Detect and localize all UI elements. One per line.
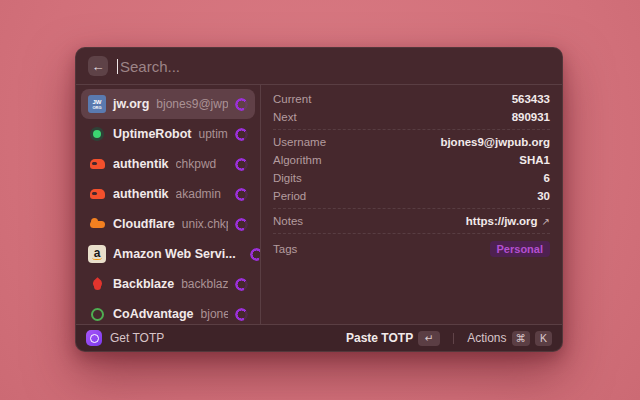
account-list-item[interactable]: authentik akadmin <box>81 179 255 209</box>
account-title: authentik <box>113 187 169 201</box>
detail-row: Next 890931 <box>273 108 550 126</box>
backblaze-icon <box>88 275 106 293</box>
account-username: bjonesr <box>201 307 228 321</box>
detail-label: Digits <box>273 172 302 184</box>
account-title: Amazon Web Servi... <box>113 247 236 261</box>
jw-icon <box>88 95 106 113</box>
detail-label: Notes <box>273 215 303 227</box>
k-key-icon: K <box>535 331 552 346</box>
totp-progress-ring <box>235 218 248 231</box>
totp-progress-ring <box>235 128 248 141</box>
detail-row: Tags Personal <box>273 237 550 261</box>
detail-label: Username <box>273 136 326 148</box>
paste-totp-label: Paste TOTP <box>346 331 413 345</box>
account-title: jw.org <box>113 97 149 111</box>
detail-value: SHA1 <box>519 154 550 166</box>
detail-value-text: 563433 <box>512 93 550 105</box>
account-title: authentik <box>113 157 169 171</box>
account-list-item[interactable]: jw.org bjones9@jwpub.org <box>81 89 255 119</box>
amazon-icon <box>88 245 106 263</box>
account-username: chkpwd <box>176 157 228 171</box>
account-list-item[interactable]: authentik chkpwd <box>81 149 255 179</box>
detail-row: Notes https://jw.org↗ <box>273 212 550 230</box>
detail-value: 890931 <box>512 111 550 123</box>
account-username: akadmin <box>176 187 228 201</box>
return-key-icon: ↵ <box>418 331 440 346</box>
back-button[interactable]: ← <box>88 56 108 76</box>
totp-progress-ring <box>235 308 248 321</box>
account-username: uptimerobo... <box>198 127 228 141</box>
notes-link[interactable]: https://jw.org <box>466 215 538 227</box>
detail-label: Algorithm <box>273 154 322 166</box>
cloudflare-icon <box>88 215 106 233</box>
actions-label: Actions <box>467 331 506 345</box>
detail-label: Tags <box>273 243 297 255</box>
paste-totp-button[interactable]: Paste TOTP ↵ <box>346 331 440 346</box>
detail-value-text: 30 <box>537 190 550 202</box>
detail-row: Current 563433 <box>273 90 550 108</box>
text-cursor <box>117 59 118 74</box>
extension-label: Get TOTP <box>110 331 164 345</box>
account-title: Backblaze <box>113 277 174 291</box>
detail-value: bjones9@jwpub.org <box>440 136 550 148</box>
detail-value: Personal <box>490 241 550 257</box>
totp-extension-icon <box>86 330 102 346</box>
detail-label: Current <box>273 93 311 105</box>
account-title: CoAdvantage <box>113 307 194 321</box>
detail-value-text: bjones9@jwpub.org <box>440 136 550 148</box>
detail-label: Period <box>273 190 306 202</box>
tag-badge: Personal <box>490 241 550 257</box>
detail-value-text: 890931 <box>512 111 550 123</box>
detail-value-text: SHA1 <box>519 154 550 166</box>
detail-value: 563433 <box>512 93 550 105</box>
search-input[interactable]: Search... <box>117 48 550 84</box>
external-link-icon: ↗ <box>542 216 550 227</box>
account-title: UptimeRobot <box>113 127 191 141</box>
detail-value: 30 <box>537 190 550 202</box>
detail-section-divider <box>273 208 550 209</box>
account-title: Cloudflare <box>113 217 175 231</box>
detail-value-text: 6 <box>544 172 550 184</box>
totp-progress-ring <box>235 188 248 201</box>
authentik-icon <box>88 155 106 173</box>
account-username: unix.chkpwd... <box>182 217 228 231</box>
back-arrow-icon: ← <box>92 60 105 73</box>
footer-bar: Get TOTP Paste TOTP ↵ Actions ⌘ K <box>76 324 562 351</box>
accounts-list: jw.org bjones9@jwpub.org UptimeRobot upt… <box>76 85 260 324</box>
search-bar: ← Search... <box>76 48 562 85</box>
detail-section-divider <box>273 129 550 130</box>
command-key-icon: ⌘ <box>512 331 531 346</box>
search-placeholder: Search... <box>120 58 180 75</box>
actions-button[interactable]: Actions ⌘ K <box>467 331 552 346</box>
coadvantage-icon <box>88 305 106 323</box>
detail-row: Username bjones9@jwpub.org <box>273 133 550 151</box>
account-list-item[interactable]: CoAdvantage bjonesr <box>81 299 255 324</box>
account-username: bjones9@jwpub.org <box>156 97 228 111</box>
detail-row: Algorithm SHA1 <box>273 151 550 169</box>
account-username: backblaze@c... <box>181 277 228 291</box>
uptimerobot-icon <box>88 125 106 143</box>
authentik-icon <box>88 185 106 203</box>
detail-label: Next <box>273 111 297 123</box>
detail-value: 6 <box>544 172 550 184</box>
totp-progress-ring <box>235 278 248 291</box>
totp-progress-ring <box>235 98 248 111</box>
detail-section-divider <box>273 233 550 234</box>
content-area: jw.org bjones9@jwpub.org UptimeRobot upt… <box>76 85 562 324</box>
detail-row: Digits 6 <box>273 169 550 187</box>
totp-progress-ring <box>250 248 260 261</box>
account-list-item[interactable]: UptimeRobot uptimerobo... <box>81 119 255 149</box>
account-list-item[interactable]: Amazon Web Servi... aws1 <box>81 239 255 269</box>
detail-value: https://jw.org↗ <box>466 215 550 227</box>
footer-divider <box>453 333 454 344</box>
detail-row: Period 30 <box>273 187 550 205</box>
account-list-item[interactable]: Backblaze backblaze@c... <box>81 269 255 299</box>
detail-panel: Current 563433 Next 890931 Username bjon… <box>261 85 562 324</box>
account-list-item[interactable]: Cloudflare unix.chkpwd... <box>81 209 255 239</box>
totp-launcher-window: ← Search... jw.org bjones9@jwpub.org Upt… <box>75 47 563 352</box>
totp-progress-ring <box>235 158 248 171</box>
